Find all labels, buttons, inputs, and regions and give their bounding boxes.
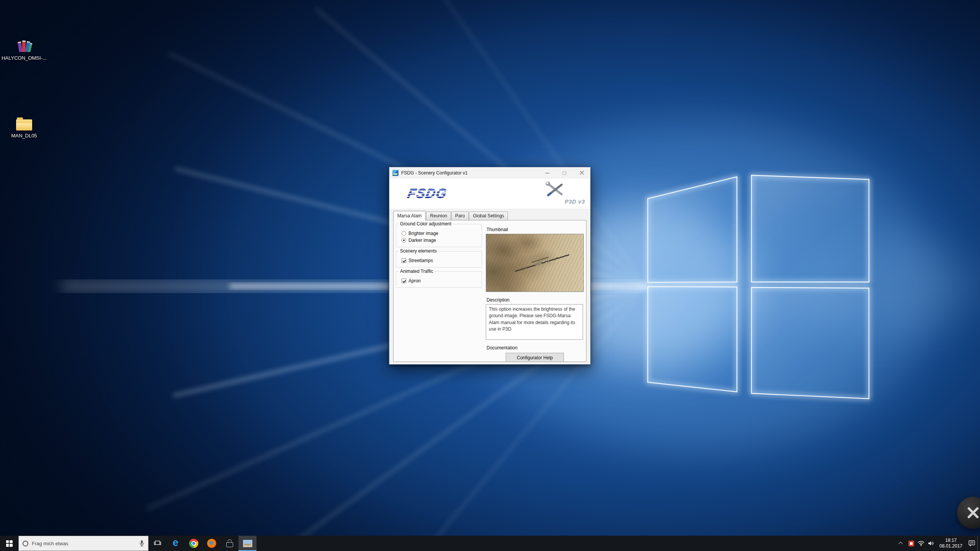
preview-column: Thumbnail Description This option increa… [486,222,584,360]
scenery-configurator-window: FSDG - Scenery Configurator v1 FSDG [389,167,591,365]
tab-reunion[interactable]: Reunion [426,212,451,220]
window-icon [392,170,399,176]
configurator-help-button[interactable]: Configurator Help [506,353,564,362]
start-button[interactable] [0,536,18,551]
volume-tray-button[interactable] [926,536,936,551]
tray-app-red[interactable] [906,536,916,551]
documentation-label: Documentation [487,345,584,350]
titlebar[interactable]: FSDG - Scenery Configurator v1 [389,167,590,179]
clock-time: 18:17 [936,538,966,543]
scenery-configurator-taskbar-icon [243,540,252,547]
checkbox-apron[interactable]: Apron [402,278,479,284]
tab-page-marsa-alam: Ground Color adjustment Brighter image D… [393,220,586,362]
search-placeholder: Frag mich etwas [32,541,136,546]
folder-icon [16,119,32,130]
chrome-icon [189,539,198,548]
minimize-button[interactable] [539,167,556,179]
action-center-icon [969,540,975,546]
desktop-icon-man-dl05[interactable]: MAN_DL05 [2,119,47,139]
checkbox-streetlamps[interactable]: Streetlamps [402,258,479,263]
checkbox-checked-icon [402,279,406,283]
taskbar-item-store[interactable] [220,536,238,551]
brand-row: FSDG P3D v3 [389,179,590,209]
microphone-icon [139,540,144,547]
description-textbox[interactable]: This option increases the brightness of … [486,304,583,340]
system-tray: 18:17 08.01.2017 [896,536,980,551]
chevron-up-icon [898,542,903,546]
runway-line [515,254,569,272]
clock[interactable]: 18:17 08.01.2017 [936,538,966,549]
desktop-icon-label: MAN_DL05 [2,133,47,139]
tab-global-settings[interactable]: Global Settings [469,212,508,220]
checkbox-checked-icon [402,258,406,263]
edge-icon: e [173,538,178,548]
task-view-button[interactable] [149,536,167,551]
firefox-icon [207,539,216,548]
volume-icon [928,541,934,546]
close-button[interactable] [573,167,590,179]
tab-marsa-alam[interactable]: Marsa Alam [393,211,426,220]
taskbar-item-firefox[interactable] [203,536,220,551]
winrar-archive-icon [16,39,32,53]
group-animated-traffic: Animated Traffic Apron [396,271,482,288]
task-view-icon [154,541,161,546]
clock-date: 08.01.2017 [936,543,966,549]
maximize-button [556,167,573,179]
group-ground-color-adjustment: Ground Color adjustment Brighter image D… [396,224,482,247]
radio-darker-image[interactable]: Darker image [402,238,479,243]
show-desktop-button[interactable] [977,536,980,551]
p3d-version-text: P3D v3 [565,198,585,205]
crossed-tools-icon [542,182,569,199]
settings-column: Ground Color adjustment Brighter image D… [396,222,482,360]
taskbar-item-scenery-configurator[interactable] [238,536,256,551]
window-title: FSDG - Scenery Configurator v1 [401,170,539,176]
cortana-icon [23,541,28,546]
wifi-icon [918,541,924,546]
radio-icon [402,231,406,236]
airport-thumbnail-image [486,234,584,292]
action-center-button[interactable] [966,536,977,551]
red-app-icon [908,541,914,546]
taskbar-item-edge[interactable]: e [167,536,185,551]
desktop-icon-halycon-omsi[interactable]: HALYCON_OMSI-... [2,39,47,61]
radio-checked-icon [402,238,406,243]
tab-paro[interactable]: Paro [451,212,469,220]
windows-logo-icon [6,540,13,547]
description-label: Description [487,297,584,303]
network-tray-button[interactable] [916,536,926,551]
fsdg-logo: FSDG [395,183,460,204]
p3d-logo: P3D v3 [542,182,585,205]
group-scenery-elements: Scenery elements Streetlamps [396,251,482,267]
search-box[interactable]: Frag mich etwas [18,536,149,551]
desktop-icon-label: HALYCON_OMSI-... [2,55,47,61]
radio-brighter-image[interactable]: Brighter image [402,231,479,236]
hidden-icons-button[interactable] [896,536,906,551]
thumbnail-label: Thumbnail [487,227,584,232]
taskbar: Frag mich etwas e [0,536,980,551]
store-icon [226,542,233,547]
taskbar-item-chrome[interactable] [185,536,203,551]
tabstrip: Marsa Alam Reunion Paro Global Settings [393,211,590,220]
